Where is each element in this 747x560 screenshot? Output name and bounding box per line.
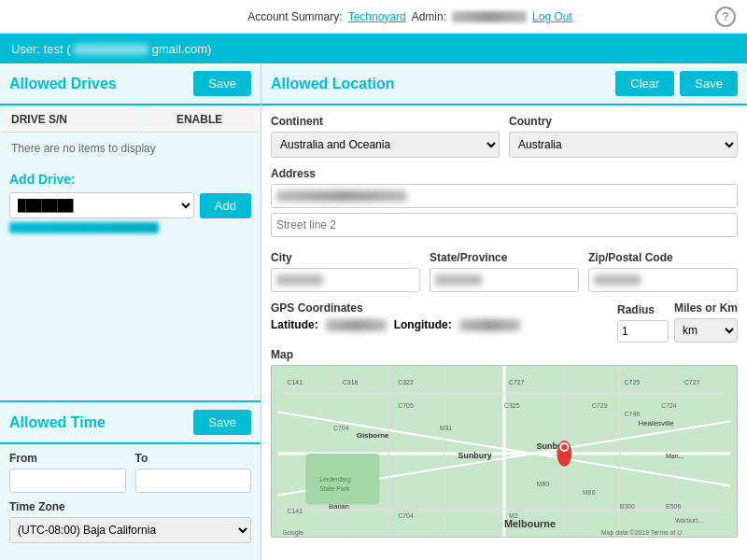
address-line1-blurred [276,190,407,202]
continent-label: Continent [271,115,500,128]
city-input-container[interactable] [271,268,420,292]
svg-text:C705: C705 [398,402,414,409]
state-group: State/Province [430,251,579,292]
location-form: Continent Australia and Oceania Country … [261,105,747,547]
city-group: City [271,251,420,292]
address-label: Address [271,167,738,180]
to-label: To [135,452,252,465]
radius-group: Radius [617,303,669,343]
zip-blurred [594,274,641,286]
svg-point-48 [561,444,567,450]
admin-email [452,11,527,22]
header: Account Summary: Technoyard Admin: Log O… [0,0,747,34]
svg-text:C746: C746 [625,411,641,417]
country-group: Country Australia [509,115,738,158]
radius-label: Radius [617,303,669,316]
city-label: City [271,251,420,264]
user-bar: User: test ( gmail.com) [0,34,747,63]
drive-enable-header: ENABLE [140,107,259,133]
user-bar-text: User: test ( gmail.com) [11,42,211,56]
lat-blurred [326,319,387,331]
drive-blurred-entry [9,222,159,233]
address-line2-input[interactable] [271,213,738,237]
account-name-link[interactable]: Technoyard [348,10,406,23]
svg-text:M31: M31 [440,425,453,431]
svg-text:State Park: State Park [319,485,350,492]
map-container[interactable]: C141 C318 C322 C727 C725 C727 Gisborne L… [271,365,738,538]
allowed-drives-header: Allowed Drives Save [0,63,261,105]
svg-text:M86: M86 [583,489,596,496]
drives-empty-message: There are no items to display [2,134,259,162]
svg-text:Warburt...: Warburt... [675,517,703,524]
drives-table: DRIVE S/N ENABLE There are no items to d… [0,105,261,164]
map-section: Map [271,348,738,538]
timezone-group: Time Zone (UTC-08:00) Baja California [0,500,261,551]
gps-section: GPS Coordinates Latitude: Longitude: [271,301,608,331]
add-drive-select[interactable]: ███████ [9,192,194,218]
main-layout: Allowed Drives Save DRIVE S/N ENABLE The… [0,63,747,560]
svg-text:E506: E506 [666,503,681,510]
timezone-select[interactable]: (UTC-08:00) Baja California [9,517,251,543]
continent-group: Continent Australia and Oceania [271,115,500,158]
radius-input[interactable] [617,320,669,343]
svg-text:Man...: Man... [666,453,684,459]
svg-text:C724: C724 [661,402,677,409]
header-center: Account Summary: Technoyard Admin: Log O… [247,10,571,23]
map-svg: C141 C318 C322 C727 C725 C727 Gisborne L… [272,366,737,537]
allowed-drives-save-button[interactable]: Save [193,71,251,96]
from-group: From [9,452,126,493]
location-header-buttons: Clear Save [615,71,738,96]
allowed-drives-title: Allowed Drives [9,76,117,92]
zip-input-container[interactable] [588,268,738,292]
svg-text:C725: C725 [625,379,641,385]
svg-text:B300: B300 [620,503,635,510]
svg-text:M80: M80 [537,481,550,487]
address-line1-container[interactable] [271,184,738,208]
gps-coords-row: Latitude: Longitude: [271,318,608,331]
continent-select[interactable]: Australia and Oceania [271,132,500,158]
svg-text:Gisborne: Gisborne [357,431,389,440]
svg-text:C727: C727 [684,379,700,385]
add-drive-button[interactable]: Add [200,193,251,218]
svg-text:Healesville: Healesville [638,419,674,427]
state-blurred [435,274,482,286]
allowed-location-title: Allowed Location [271,76,394,92]
svg-text:C704: C704 [333,425,349,431]
address-section: Address [271,167,738,242]
svg-text:C727: C727 [509,379,525,385]
svg-text:C729: C729 [592,402,608,409]
country-select[interactable]: Australia [509,132,738,158]
svg-text:C141: C141 [288,508,303,514]
lat-label: Latitude: [271,318,318,331]
svg-text:Lerderderg: Lerderderg [319,476,351,483]
zip-group: Zip/Postal Code [588,251,738,292]
miles-group: Miles or Km km mi [674,301,738,343]
left-panel: Allowed Drives Save DRIVE S/N ENABLE The… [0,63,261,560]
zip-label: Zip/Postal Code [588,251,738,264]
to-input[interactable] [135,469,252,493]
lon-label: Longitude: [394,318,452,331]
add-drive-label: Add Drive: [9,172,251,187]
help-icon[interactable]: ? [715,7,736,27]
from-to-row: From To [0,444,261,500]
lon-blurred [459,319,520,331]
logout-link[interactable]: Log Out [532,10,572,23]
add-drive-section: Add Drive: ███████ Add [0,164,261,241]
right-panel: Allowed Location Clear Save Continent Au… [261,63,747,560]
add-drive-row: ███████ Add [9,192,251,218]
miles-select[interactable]: km mi [674,318,738,343]
state-input-container[interactable] [430,268,579,292]
gps-radius-container: GPS Coordinates Latitude: Longitude: Rad… [271,301,738,343]
map-label: Map [271,348,738,361]
admin-label: Admin: [412,10,446,23]
location-clear-button[interactable]: Clear [615,71,674,96]
miles-label: Miles or Km [674,301,738,315]
from-input[interactable] [9,469,126,493]
allowed-location-header: Allowed Location Clear Save [261,63,747,105]
allowed-time-save-button[interactable]: Save [193,410,251,435]
header-right: ? [715,7,736,27]
location-save-button[interactable]: Save [680,71,738,96]
allowed-time-title: Allowed Time [9,414,106,431]
svg-text:Google: Google [283,529,303,537]
country-label: Country [509,115,738,128]
